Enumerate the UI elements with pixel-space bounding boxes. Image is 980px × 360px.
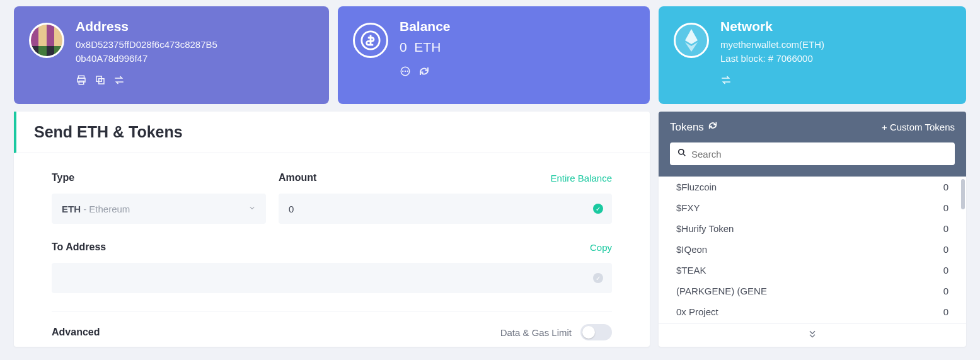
token-item[interactable]: $Hurify Token0	[659, 218, 966, 239]
amount-column: Amount Entire Balance ✓	[279, 172, 612, 224]
amount-input[interactable]	[289, 204, 602, 214]
refresh-icon[interactable]	[708, 120, 718, 134]
change-network-icon[interactable]	[720, 74, 732, 88]
to-address-input-wrap: ✓	[52, 263, 612, 293]
to-address-column: To Address Copy ✓	[52, 241, 612, 293]
balance-actions	[400, 66, 451, 79]
amount-label: Amount	[279, 172, 316, 183]
send-body: Type ETH - Ethereum Amount Entire Balanc…	[14, 153, 650, 347]
expand-tokens-button[interactable]	[659, 323, 966, 347]
token-search-wrap	[670, 142, 955, 165]
custom-tokens-link[interactable]: + Custom Tokens	[882, 122, 955, 132]
token-balance: 0	[943, 202, 948, 213]
network-provider: myetherwallet.com(ETH)	[720, 38, 824, 52]
type-select[interactable]: ETH - Ethereum	[52, 194, 266, 224]
balance-card-content: Balance 0 ETH	[400, 19, 451, 79]
lastblock-value: 7066000	[776, 53, 812, 64]
token-item[interactable]: $TEAK0	[659, 260, 966, 281]
dollar-icon	[353, 23, 388, 58]
search-icon	[677, 148, 686, 160]
amount-input-wrap: ✓	[279, 194, 612, 224]
entire-balance-link[interactable]: Entire Balance	[550, 173, 612, 183]
tokens-panel: Tokens + Custom Tokens $Fluzcoin0$FXY0$H…	[659, 112, 966, 347]
network-body: myetherwallet.com(ETH) Last block: # 706…	[720, 38, 824, 66]
to-address-label: To Address	[52, 241, 106, 253]
lastblock-label: Last block: #	[720, 53, 776, 64]
token-name: $Fluzcoin	[676, 182, 717, 192]
send-title: Send ETH & Tokens	[14, 112, 650, 153]
divider	[52, 311, 612, 311]
token-item[interactable]: $Fluzcoin0	[659, 177, 966, 197]
token-name: 0x Project	[676, 306, 718, 317]
address-line2: 0b40A78d996f47	[76, 52, 217, 66]
advanced-row: Advanced Data & Gas Limit	[52, 324, 612, 340]
token-search-input[interactable]	[691, 149, 947, 160]
balance-card: Balance 0 ETH	[338, 6, 650, 104]
balance-symbol: ETH	[414, 40, 441, 54]
network-card: Network myetherwallet.com(ETH) Last bloc…	[659, 6, 966, 104]
print-icon[interactable]	[76, 74, 87, 88]
address-actions	[76, 74, 217, 88]
main-row: Send ETH & Tokens Type ETH - Ethereum	[0, 104, 980, 347]
network-actions	[720, 74, 824, 88]
token-item[interactable]: $IQeon0	[659, 239, 966, 260]
token-item[interactable]: (PARKGENE) (GENE0	[659, 281, 966, 301]
advanced-right: Data & Gas Limit	[500, 324, 612, 340]
token-name: $FXY	[676, 202, 700, 213]
gas-label: Data & Gas Limit	[500, 327, 572, 338]
token-item[interactable]: 0x Project0	[659, 301, 966, 322]
copy-link[interactable]: Copy	[590, 242, 612, 253]
summary-cards: Address 0x8D52375ffD028f6c473c8287B5 0b4…	[0, 0, 980, 104]
token-balance: 0	[943, 182, 948, 192]
tokens-title-text: Tokens	[670, 121, 704, 134]
token-balance: 0	[943, 265, 948, 276]
to-address-row: To Address Copy ✓	[52, 241, 612, 293]
swap-icon[interactable]	[113, 74, 125, 88]
address-title: Address	[76, 19, 217, 34]
type-name: - Ethereum	[81, 204, 130, 214]
more-icon[interactable]	[400, 66, 411, 79]
address-line1: 0x8D52375ffD028f6c473c8287B5	[76, 38, 217, 52]
token-balance: 0	[943, 244, 948, 255]
copy-icon[interactable]	[95, 74, 106, 88]
to-address-input[interactable]	[62, 273, 602, 284]
advanced-toggle[interactable]	[580, 324, 612, 340]
chevron-down-icon	[248, 204, 256, 214]
ethereum-icon	[674, 23, 709, 58]
svg-point-9	[407, 71, 408, 72]
svg-point-8	[405, 71, 406, 72]
network-title: Network	[720, 19, 824, 34]
send-panel: Send ETH & Tokens Type ETH - Ethereum	[14, 112, 650, 347]
type-amount-row: Type ETH - Ethereum Amount Entire Balanc…	[52, 172, 612, 224]
address-card: Address 0x8D52375ffD028f6c473c8287B5 0b4…	[14, 6, 329, 104]
address-card-content: Address 0x8D52375ffD028f6c473c8287B5 0b4…	[76, 19, 217, 88]
token-balance: 0	[943, 286, 948, 296]
balance-value: 0 ETH	[400, 38, 451, 57]
token-name: $TEAK	[676, 265, 706, 276]
type-symbol: ETH	[62, 204, 81, 214]
chevron-double-down-icon	[807, 329, 817, 339]
token-name: $Hurify Token	[676, 223, 734, 234]
tokens-header: Tokens + Custom Tokens	[659, 112, 966, 177]
token-balance: 0	[943, 306, 948, 317]
tokens-list[interactable]: $Fluzcoin0$FXY0$Hurify Token0$IQeon0$TEA…	[659, 177, 966, 323]
refresh-icon[interactable]	[418, 66, 430, 79]
type-label: Type	[52, 172, 74, 183]
advanced-label: Advanced	[52, 327, 100, 338]
check-circle-icon: ✓	[593, 204, 603, 214]
balance-title: Balance	[400, 19, 451, 34]
svg-point-10	[679, 149, 684, 154]
tokens-title: Tokens	[670, 120, 718, 134]
token-name: $IQeon	[676, 244, 707, 255]
check-circle-icon: ✓	[593, 273, 603, 283]
token-name: (PARKGENE) (GENE	[676, 286, 767, 296]
balance-amount: 0	[400, 40, 407, 54]
token-balance: 0	[943, 223, 948, 234]
network-card-content: Network myetherwallet.com(ETH) Last bloc…	[720, 19, 824, 88]
identicon-icon	[29, 23, 64, 58]
address-value: 0x8D52375ffD028f6c473c8287B5 0b40A78d996…	[76, 38, 217, 66]
token-item[interactable]: $FXY0	[659, 197, 966, 218]
type-column: Type ETH - Ethereum	[52, 172, 266, 224]
network-lastblock: Last block: # 7066000	[720, 52, 824, 66]
scrollbar-thumb[interactable]	[961, 179, 965, 209]
